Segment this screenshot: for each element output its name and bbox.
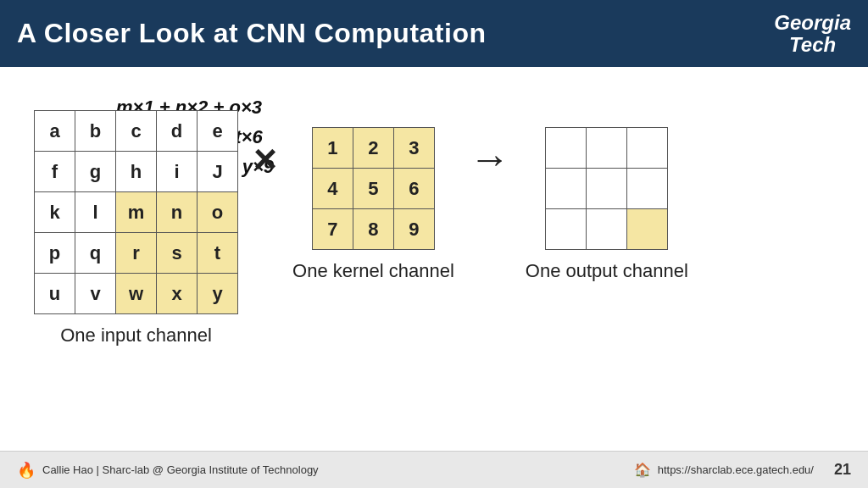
- input-cell: l: [75, 192, 116, 233]
- kernel-section: 123456789 One kernel channel: [292, 93, 454, 282]
- input-cell: w: [116, 274, 157, 314]
- input-cell: b: [75, 111, 116, 152]
- output-cell: [546, 209, 587, 250]
- input-label: One input channel: [60, 324, 212, 347]
- output-cell: [587, 209, 627, 250]
- kernel-label: One kernel channel: [292, 260, 454, 282]
- kernel-grid: 123456789: [312, 127, 435, 250]
- output-section: One output channel: [526, 93, 688, 282]
- output-cell: [627, 128, 668, 169]
- input-section: abcdefghiJklmnopqrstuvwxy One input chan…: [34, 93, 238, 347]
- input-cell: k: [35, 192, 75, 233]
- input-cell: t: [198, 233, 238, 274]
- url-text: https://sharclab.ece.gatech.edu/: [658, 463, 814, 476]
- footer-url: 🏠 https://sharclab.ece.gatech.edu/: [634, 462, 814, 478]
- input-cell: d: [157, 111, 198, 152]
- output-cell: [546, 169, 587, 209]
- kernel-cell: 6: [393, 169, 434, 209]
- output-cell: [587, 128, 627, 169]
- footer-author: 🔥 Callie Hao | Sharc-lab @ Georgia Insti…: [17, 461, 319, 480]
- input-cell: i: [157, 152, 198, 192]
- input-cell: v: [75, 274, 116, 314]
- input-cell: c: [116, 111, 157, 152]
- arrow-operator: →: [470, 93, 510, 182]
- input-cell: n: [157, 192, 198, 233]
- input-cell: g: [75, 152, 116, 192]
- logo-line2: Tech: [789, 34, 836, 56]
- kernel-cell: 9: [393, 209, 434, 250]
- kernel-cell: 1: [312, 128, 353, 169]
- input-cell: e: [198, 111, 238, 152]
- kernel-cell: 3: [393, 128, 434, 169]
- output-cell: [546, 128, 587, 169]
- output-cell: [627, 209, 668, 250]
- georgia-tech-logo: Georgia Tech: [774, 11, 851, 56]
- input-cell: s: [157, 233, 198, 274]
- output-grid: [545, 127, 668, 250]
- input-cell: x: [157, 274, 198, 314]
- kernel-cell: 5: [353, 169, 393, 209]
- input-cell: h: [116, 152, 157, 192]
- input-grid: abcdefghiJklmnopqrstuvwxy: [34, 110, 238, 314]
- input-cell: u: [35, 274, 75, 314]
- kernel-cell: 8: [353, 209, 393, 250]
- output-cell: [627, 169, 668, 209]
- input-cell: r: [116, 233, 157, 274]
- logo-line1: Georgia: [774, 11, 851, 33]
- kernel-cell: 4: [312, 169, 353, 209]
- input-cell: o: [198, 192, 238, 233]
- slide-title: A Closer Look at CNN Computation: [17, 18, 486, 49]
- input-cell: a: [35, 111, 75, 152]
- kernel-cell: 2: [353, 128, 393, 169]
- content-row: abcdefghiJklmnopqrstuvwxy One input chan…: [34, 93, 868, 347]
- author-text: Callie Hao | Sharc-lab @ Georgia Institu…: [42, 463, 319, 476]
- output-label: One output channel: [526, 260, 688, 282]
- footer: 🔥 Callie Hao | Sharc-lab @ Georgia Insti…: [0, 451, 868, 488]
- input-cell: q: [75, 233, 116, 274]
- page-number: 21: [834, 461, 851, 479]
- input-cell: J: [198, 152, 238, 192]
- multiply-operator: ×: [253, 93, 277, 182]
- header: A Closer Look at CNN Computation Georgia…: [0, 0, 868, 67]
- input-cell: m: [116, 192, 157, 233]
- input-cell: f: [35, 152, 75, 192]
- house-icon: 🏠: [634, 462, 651, 478]
- kernel-cell: 7: [312, 209, 353, 250]
- flame-icon: 🔥: [17, 461, 36, 480]
- input-cell: p: [35, 233, 75, 274]
- input-cell: y: [198, 274, 238, 314]
- output-cell: [587, 169, 627, 209]
